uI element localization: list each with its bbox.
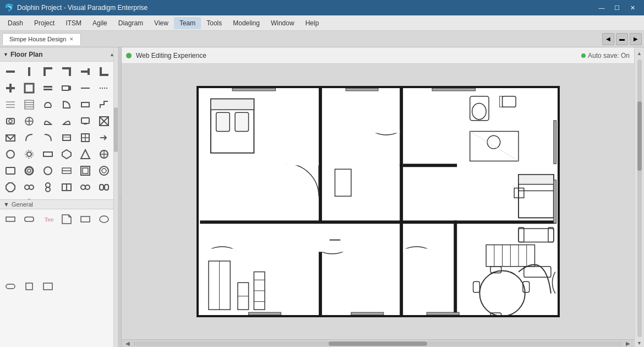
shape-dbl-sq2[interactable] <box>58 180 75 195</box>
shape-wall-end[interactable] <box>77 64 94 79</box>
shape-wall-h[interactable] <box>2 64 19 79</box>
shape-step[interactable] <box>96 97 112 112</box>
shape-grid-sm[interactable] <box>2 97 19 112</box>
scrollbar-thumb[interactable] <box>329 341 427 346</box>
shape-wide-rect[interactable] <box>40 147 56 162</box>
svg-point-64 <box>100 166 108 175</box>
shape-envelope[interactable] <box>2 130 19 145</box>
gen-text-shape[interactable]: Text <box>40 212 56 227</box>
shape-arc-r[interactable] <box>58 113 75 129</box>
shape-tv[interactable] <box>2 163 19 178</box>
menu-item-project[interactable]: Project <box>29 17 60 29</box>
menu-item-team[interactable]: Team <box>174 17 201 29</box>
canvas-content[interactable] <box>122 64 634 339</box>
shape-dbl-h[interactable] <box>40 80 56 96</box>
main-layout: ▼ Floor Plan ▲ <box>0 47 644 347</box>
shape-sq-dbl[interactable] <box>77 163 94 178</box>
shape-monitor2[interactable] <box>58 130 75 145</box>
shape-wall-v[interactable] <box>21 64 37 79</box>
shape-ring2[interactable] <box>40 163 56 178</box>
shape-curve-ur[interactable] <box>40 130 56 145</box>
scroll-up-button[interactable]: ▲ <box>636 50 643 57</box>
shape-end-cap[interactable] <box>58 80 75 96</box>
tab-close-icon[interactable]: ✕ <box>69 36 74 42</box>
shape-plus[interactable] <box>77 130 94 145</box>
menu-item-tools[interactable]: Tools <box>201 17 227 29</box>
shape-x-mark[interactable] <box>96 113 112 129</box>
scroll-down-button[interactable]: ▼ <box>636 339 643 347</box>
menu-item-window[interactable]: Window <box>265 17 300 29</box>
shape-curve-ul[interactable] <box>21 130 37 145</box>
shape-arrow-r[interactable] <box>96 130 112 145</box>
svg-rect-12 <box>25 84 34 93</box>
right-scroll-track[interactable] <box>637 59 642 337</box>
shape-corner-tr[interactable] <box>58 64 75 79</box>
shape-t-wall[interactable] <box>2 80 19 96</box>
shape-fan-sm[interactable] <box>21 113 37 129</box>
maximize-button[interactable]: ☐ <box>610 3 624 13</box>
scroll-left-button[interactable]: ◀ <box>124 340 132 348</box>
shape-tri[interactable] <box>77 147 94 162</box>
shape-gear[interactable] <box>21 147 37 162</box>
svg-rect-112 <box>499 96 502 107</box>
svg-rect-105 <box>216 112 230 131</box>
gen-note-shape[interactable] <box>58 212 75 227</box>
shape-box[interactable] <box>21 80 37 96</box>
svg-rect-92 <box>26 283 32 290</box>
scroll-right-button[interactable]: ▶ <box>624 340 632 348</box>
gen-rect[interactable] <box>2 212 19 227</box>
autosave-label: Auto save: On <box>588 52 630 59</box>
shape-l-wall[interactable] <box>96 64 112 79</box>
gen-rect4[interactable] <box>40 279 56 294</box>
svg-rect-15 <box>62 86 69 90</box>
gen-rect2[interactable] <box>77 212 94 227</box>
shape-chain[interactable] <box>21 180 37 195</box>
general-header[interactable]: ▼ General <box>0 199 118 209</box>
svg-rect-101 <box>403 164 457 167</box>
tab-list-button[interactable]: ▬ <box>616 33 628 45</box>
shape-arc[interactable] <box>58 97 75 112</box>
right-scroll-thumb[interactable] <box>637 101 642 171</box>
menu-item-modeling[interactable]: Modeling <box>227 17 265 29</box>
menu-item-itsm[interactable]: ITSM <box>60 17 87 29</box>
tab-next-button[interactable]: ▶ <box>630 33 642 45</box>
floor-plan-diagram[interactable] <box>197 86 560 317</box>
svg-marker-51 <box>81 150 90 159</box>
shape-arc-l[interactable] <box>40 113 56 129</box>
shape-hex[interactable] <box>58 147 75 162</box>
tab-prev-button[interactable]: ◀ <box>602 33 614 45</box>
menu-bar: Dash Project ITSM Agile Diagram View Tea… <box>0 15 644 31</box>
shape-oct[interactable] <box>2 180 19 195</box>
shape-dotted-h[interactable] <box>96 80 112 96</box>
menu-item-dash[interactable]: Dash <box>2 17 29 29</box>
shape-sink2[interactable] <box>2 113 19 129</box>
shape-dbl-circle2[interactable] <box>77 180 94 195</box>
floor-plan-header[interactable]: ▼ Floor Plan ▲ <box>0 47 118 62</box>
close-button[interactable]: ✕ <box>625 3 640 13</box>
shape-monitor[interactable] <box>77 113 94 129</box>
menu-item-help[interactable]: Help <box>300 17 325 29</box>
shape-rect-open[interactable] <box>77 97 94 112</box>
minimize-button[interactable]: — <box>594 3 609 13</box>
scrollbar-track[interactable] <box>133 341 623 346</box>
shape-rect-h2[interactable] <box>58 163 75 178</box>
shape-ring[interactable] <box>21 163 37 178</box>
shape-chain2[interactable] <box>40 180 56 195</box>
tab-house-design[interactable]: Simpe House Design ✕ <box>2 33 81 45</box>
shape-dbl-rounded[interactable] <box>96 180 112 195</box>
shape-hatched[interactable] <box>21 97 37 112</box>
shape-thin-h[interactable] <box>77 80 94 96</box>
gen-rounded2[interactable] <box>2 279 19 294</box>
shape-fan4[interactable] <box>96 147 112 162</box>
svg-text:Text: Text <box>45 216 53 223</box>
gen-rounded[interactable] <box>21 212 37 227</box>
shape-corner-tl[interactable] <box>40 64 56 79</box>
gen-ellipse[interactable] <box>96 212 112 227</box>
shape-circle-dbl[interactable] <box>96 163 112 178</box>
menu-item-agile[interactable]: Agile <box>87 17 113 29</box>
shape-cup[interactable] <box>40 97 56 112</box>
menu-item-view[interactable]: View <box>149 17 174 29</box>
shape-circle-sm[interactable] <box>2 147 19 162</box>
gen-rect3[interactable] <box>21 279 37 294</box>
menu-item-diagram[interactable]: Diagram <box>113 17 149 29</box>
